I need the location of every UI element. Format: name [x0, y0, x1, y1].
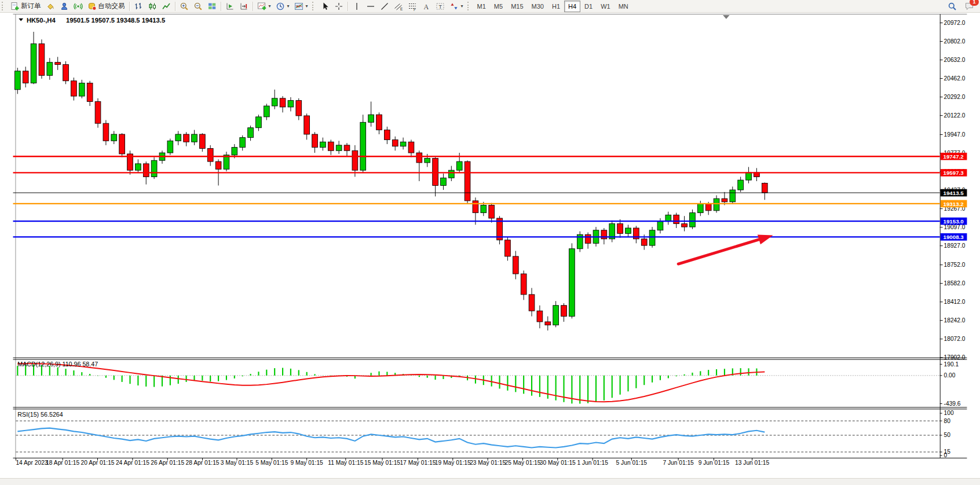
periods-button[interactable]: ▾ [273, 0, 292, 13]
candle [537, 311, 543, 322]
date-tick-label: 24 Apr 01:15 [116, 460, 149, 466]
tf-m30[interactable]: M30 [528, 1, 548, 12]
tf-mn[interactable]: MN [615, 1, 632, 12]
toolbar-grip[interactable] [2, 2, 5, 10]
auto-scroll-button[interactable] [223, 0, 237, 13]
svg-text:F: F [414, 7, 416, 11]
candle [47, 63, 53, 76]
text-label-button[interactable]: T [433, 0, 447, 13]
date-tick-label: 3 May 01:15 [221, 460, 254, 466]
zoom-out-icon [193, 2, 203, 11]
cursor-button[interactable] [318, 0, 332, 13]
date-tick-label: 5 May 01:15 [255, 460, 288, 466]
trendline-button[interactable] [378, 0, 392, 13]
notifications-button[interactable]: 1 [965, 2, 974, 11]
date-tick-label: 9 May 01:15 [291, 460, 324, 466]
tf-h4[interactable]: H4 [564, 1, 580, 12]
equidistant-channel-button[interactable]: E [392, 0, 405, 13]
fibonacci-button[interactable]: F [405, 0, 419, 13]
candle [456, 161, 462, 170]
candle [136, 164, 141, 170]
toolbar-grip[interactable] [467, 2, 471, 10]
indicators-button[interactable]: ▾ [255, 0, 273, 13]
crosshair-button[interactable] [332, 0, 346, 13]
toolbar-grip[interactable] [312, 2, 316, 10]
candle [697, 204, 703, 213]
zoom-in-button[interactable] [177, 0, 191, 13]
trend-arrow-annotation[interactable] [678, 234, 773, 264]
arrows-button[interactable]: ▾ [447, 0, 466, 13]
tf-w1[interactable]: W1 [597, 1, 615, 12]
candle [360, 122, 366, 170]
mt4-window: 新订单自动交易▾▾▾EFAT▾M1M5M15M30H1H4D1W1MN1 209… [0, 0, 980, 485]
styles-button[interactable] [43, 0, 57, 13]
bar-chart-button[interactable] [131, 0, 145, 13]
candle [256, 117, 262, 128]
price-tick-label: 20462.0 [944, 75, 966, 82]
symbol-dropdown-icon[interactable] [19, 19, 23, 21]
candle [714, 199, 719, 211]
tile-windows-button[interactable] [205, 0, 219, 13]
candle [23, 71, 28, 83]
candle [641, 239, 647, 245]
price-line-label: 19008.3 [944, 234, 964, 240]
shapes-icon [449, 2, 459, 11]
tf-d1[interactable]: D1 [580, 1, 597, 12]
chart-canvas[interactable]: 20972.020802.020632.020462.020292.020122… [0, 13, 980, 478]
candle [746, 172, 752, 180]
date-tick-label: 5 Jun 01:15 [616, 460, 648, 466]
person-icon [60, 2, 69, 11]
macd-tick-label: 190.1 [944, 361, 959, 368]
line-chart-button[interactable] [159, 0, 173, 13]
price-line-label: 19153.0 [944, 218, 964, 225]
tf-h1[interactable]: H1 [548, 1, 564, 12]
vertical-line-button[interactable] [350, 0, 364, 13]
candle [39, 44, 45, 76]
tiles-icon [207, 2, 217, 11]
candle [376, 115, 382, 130]
date-tick-label: 11 May 01:15 [328, 460, 363, 466]
candle [545, 322, 551, 325]
tf-m1[interactable]: M1 [473, 1, 490, 12]
zoom-out-button[interactable] [191, 0, 205, 13]
search-button[interactable] [948, 2, 957, 11]
candle [175, 134, 181, 141]
candle [674, 215, 679, 223]
tf-mn-label: MN [619, 3, 628, 10]
notification-badge: 1 [970, 0, 979, 6]
toolbar-separator [129, 2, 130, 11]
doc-plus-icon [10, 2, 19, 11]
chart-shift-button[interactable] [237, 0, 251, 13]
hline-icon [366, 2, 375, 11]
date-tick-label: 15 May 01:15 [364, 460, 400, 466]
tf-h1-label: H1 [552, 3, 560, 10]
candlestick-chart-button[interactable] [145, 0, 159, 13]
candle [320, 142, 326, 147]
candle [762, 183, 767, 193]
crosshair-icon [334, 2, 343, 11]
date-tick-label: 20 Apr 01:15 [81, 460, 115, 466]
horizontal-line-button[interactable] [364, 0, 378, 13]
candle [682, 223, 688, 227]
price-tick-label: 20802.0 [944, 38, 966, 45]
date-tick-label: 26 Apr 01:15 [151, 460, 184, 466]
tf-w1-label: W1 [601, 3, 610, 10]
auto-trading-button[interactable]: 自动交易 [85, 0, 127, 13]
candle [384, 130, 390, 139]
new-order-button[interactable]: 新订单 [8, 0, 43, 13]
signals-button[interactable] [71, 0, 85, 13]
candle [199, 134, 205, 148]
candle [408, 142, 414, 153]
date-tick-label: 14 Apr 2023 [16, 460, 47, 466]
text-button[interactable]: A [419, 0, 433, 13]
auto-trading-button-label: 自动交易 [98, 2, 125, 10]
textT-icon: T [436, 2, 445, 11]
profiles-button[interactable] [57, 0, 71, 13]
candle [215, 161, 221, 169]
price-tick-label: 18927.0 [944, 242, 966, 249]
tf-m5[interactable]: M5 [490, 1, 507, 12]
tf-m15[interactable]: M15 [507, 1, 527, 12]
svg-text:T: T [438, 3, 442, 9]
templates-button[interactable]: ▾ [292, 0, 310, 13]
chevron-down-icon: ▾ [287, 3, 290, 9]
